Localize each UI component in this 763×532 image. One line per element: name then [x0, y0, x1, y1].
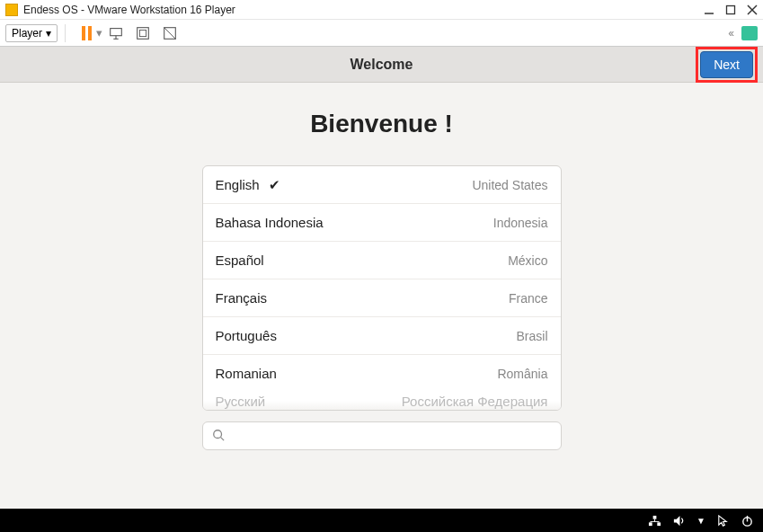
search-input[interactable] — [230, 429, 552, 443]
language-name: Русский — [216, 394, 266, 410]
svg-rect-4 — [111, 28, 122, 35]
power-icon[interactable] — [741, 514, 754, 528]
language-name: Romanian — [216, 366, 277, 381]
svg-rect-15 — [653, 515, 657, 519]
player-menu-label: Player — [12, 27, 42, 40]
language-country: România — [497, 367, 547, 381]
unity-button[interactable] — [162, 25, 178, 41]
language-country: Brasil — [516, 329, 547, 343]
window-titlebar: Endess OS - VMware Workstation 16 Player — [0, 0, 763, 20]
cursor-icon — [716, 514, 730, 528]
monitor-icon — [108, 25, 124, 41]
next-button-highlight: Next — [696, 47, 758, 83]
check-icon: ✔ — [269, 177, 280, 193]
player-menu[interactable]: Player ▾ — [5, 24, 58, 42]
volume-icon[interactable] — [672, 514, 686, 528]
svg-rect-1 — [727, 5, 735, 13]
language-search[interactable] — [202, 421, 562, 450]
language-name: Français — [216, 290, 268, 306]
language-row-french[interactable]: Français France — [203, 279, 561, 317]
svg-rect-14 — [657, 522, 661, 526]
svg-rect-7 — [138, 27, 149, 39]
fullscreen-button[interactable] — [135, 25, 151, 41]
pause-icon — [82, 26, 92, 40]
welcome-heading: Bienvenue ! — [0, 110, 763, 138]
svg-marker-20 — [674, 515, 680, 525]
language-name: Português — [216, 328, 277, 343]
svg-rect-13 — [649, 522, 652, 526]
language-row-english[interactable]: English ✔ United States — [203, 166, 561, 204]
next-button[interactable]: Next — [700, 51, 753, 78]
window-controls — [704, 4, 758, 15]
guest-os-screen: Welcome Next Bienvenue ! English ✔ Unite… — [0, 47, 763, 532]
send-ctrl-alt-del-button[interactable] — [108, 25, 124, 41]
language-country: United States — [472, 178, 547, 192]
svg-line-10 — [164, 27, 176, 39]
language-row-indonesian[interactable]: Bahasa Indonesia Indonesia — [203, 204, 561, 242]
chevron-down-icon: ▾ — [46, 27, 51, 40]
language-country: Indonesia — [493, 216, 548, 230]
language-country: France — [509, 291, 548, 306]
search-icon — [212, 429, 225, 444]
window-title: Endess OS - VMware Workstation 16 Player — [23, 4, 235, 16]
next-button-label: Next — [714, 58, 740, 72]
language-name: English — [216, 177, 260, 192]
svg-point-11 — [213, 430, 221, 438]
guest-taskbar: ▼ — [0, 509, 763, 532]
maximize-button[interactable] — [725, 4, 736, 15]
page-title: Welcome — [350, 57, 413, 73]
language-name: Español — [216, 253, 264, 268]
collapse-toolbar-button[interactable]: ‹‹ — [728, 26, 732, 40]
minimize-button[interactable] — [704, 4, 714, 15]
pause-vm-button[interactable] — [78, 25, 94, 41]
language-row-cutoff: Русский Российская Федерация — [203, 392, 561, 410]
language-country: México — [508, 253, 547, 268]
close-button[interactable] — [747, 4, 758, 15]
toolbar-separator — [65, 24, 66, 42]
language-list[interactable]: English ✔ United States Bahasa Indonesia… — [202, 165, 562, 411]
guest-header-bar: Welcome Next — [0, 47, 763, 83]
vmware-toolbar: Player ▾ ▾ ‹‹ — [0, 20, 763, 47]
vmware-app-icon — [5, 4, 18, 16]
language-row-portuguese[interactable]: Português Brasil — [203, 317, 561, 355]
svg-marker-21 — [719, 515, 726, 525]
svg-rect-8 — [139, 30, 146, 36]
svg-line-12 — [220, 437, 224, 440]
language-row-spanish[interactable]: Español México — [203, 242, 561, 279]
network-icon[interactable] — [648, 514, 661, 528]
unity-icon — [162, 25, 178, 41]
fullscreen-icon — [135, 25, 151, 41]
message-log-button[interactable] — [741, 26, 758, 40]
language-country: Российская Федерация — [402, 394, 548, 410]
chevron-down-icon[interactable]: ▼ — [696, 516, 705, 526]
chevron-down-icon[interactable]: ▾ — [96, 26, 102, 40]
language-row-romanian[interactable]: Romanian România — [203, 355, 561, 393]
language-name: Bahasa Indonesia — [216, 215, 324, 230]
welcome-content: Bienvenue ! English ✔ United States Baha… — [0, 83, 763, 450]
